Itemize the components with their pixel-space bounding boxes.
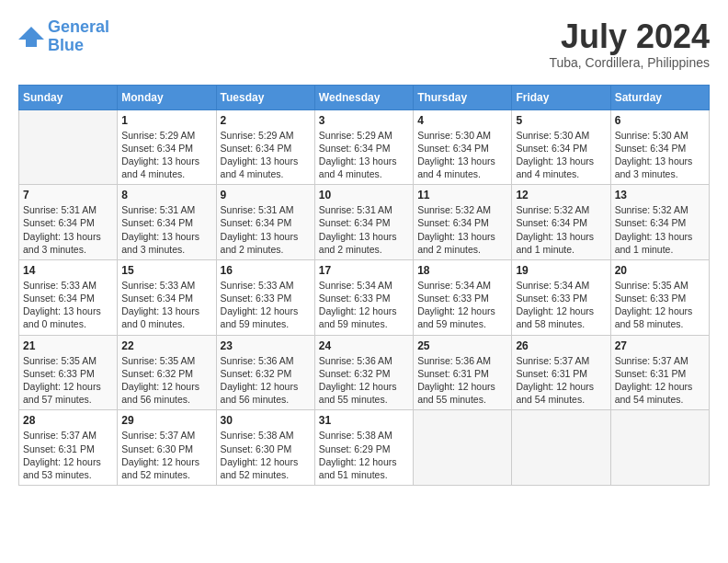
day-number: 21 xyxy=(23,339,113,352)
day-info: Sunrise: 5:33 AM Sunset: 6:34 PM Dayligh… xyxy=(121,279,211,331)
day-cell: 25Sunrise: 5:36 AM Sunset: 6:31 PM Dayli… xyxy=(414,335,512,410)
location: Tuba, Cordillera, Philippines xyxy=(549,55,710,70)
day-info: Sunrise: 5:31 AM Sunset: 6:34 PM Dayligh… xyxy=(319,203,409,256)
day-info: Sunrise: 5:32 AM Sunset: 6:34 PM Dayligh… xyxy=(615,203,705,256)
day-cell: 18Sunrise: 5:34 AM Sunset: 6:33 PM Dayli… xyxy=(414,259,512,335)
calendar-table: SundayMondayTuesdayWednesdayThursdayFrid… xyxy=(18,85,710,486)
day-number: 30 xyxy=(221,414,311,427)
day-number: 13 xyxy=(615,189,705,201)
day-cell: 4Sunrise: 5:30 AM Sunset: 6:34 PM Daylig… xyxy=(414,109,512,185)
week-row-4: 21Sunrise: 5:35 AM Sunset: 6:33 PM Dayli… xyxy=(19,335,710,410)
logo-line2: Blue xyxy=(48,36,84,54)
weekday-header-tuesday: Tuesday xyxy=(216,85,314,109)
day-cell: 31Sunrise: 5:38 AM Sunset: 6:29 PM Dayli… xyxy=(314,410,413,486)
week-row-2: 7Sunrise: 5:31 AM Sunset: 6:34 PM Daylig… xyxy=(19,185,710,260)
day-cell xyxy=(414,410,512,486)
day-info: Sunrise: 5:32 AM Sunset: 6:34 PM Dayligh… xyxy=(417,203,507,256)
weekday-header-saturday: Saturday xyxy=(610,85,709,109)
day-cell: 22Sunrise: 5:35 AM Sunset: 6:32 PM Dayli… xyxy=(118,335,216,410)
day-info: Sunrise: 5:38 AM Sunset: 6:29 PM Dayligh… xyxy=(319,429,409,481)
day-number: 7 xyxy=(23,189,113,201)
day-info: Sunrise: 5:29 AM Sunset: 6:34 PM Dayligh… xyxy=(121,129,211,181)
day-number: 22 xyxy=(121,339,211,352)
day-info: Sunrise: 5:36 AM Sunset: 6:32 PM Dayligh… xyxy=(221,354,311,407)
day-cell: 26Sunrise: 5:37 AM Sunset: 6:31 PM Dayli… xyxy=(512,335,610,410)
day-info: Sunrise: 5:33 AM Sunset: 6:33 PM Dayligh… xyxy=(221,279,311,331)
day-cell: 29Sunrise: 5:37 AM Sunset: 6:30 PM Dayli… xyxy=(118,410,216,486)
day-number: 27 xyxy=(615,339,705,352)
logo-line1: General xyxy=(48,17,109,36)
day-info: Sunrise: 5:35 AM Sunset: 6:33 PM Dayligh… xyxy=(615,279,705,331)
day-number: 1 xyxy=(121,114,211,127)
day-info: Sunrise: 5:36 AM Sunset: 6:31 PM Dayligh… xyxy=(417,354,507,407)
day-number: 14 xyxy=(23,264,113,277)
day-cell: 11Sunrise: 5:32 AM Sunset: 6:34 PM Dayli… xyxy=(414,185,512,260)
day-number: 19 xyxy=(516,264,606,277)
day-cell: 21Sunrise: 5:35 AM Sunset: 6:33 PM Dayli… xyxy=(19,335,118,410)
day-number: 20 xyxy=(615,264,705,277)
day-cell: 23Sunrise: 5:36 AM Sunset: 6:32 PM Dayli… xyxy=(216,335,314,410)
logo-text: General Blue xyxy=(48,18,109,55)
day-number: 8 xyxy=(121,189,211,201)
day-info: Sunrise: 5:31 AM Sunset: 6:34 PM Dayligh… xyxy=(121,203,211,256)
title-block: July 2024 Tuba, Cordillera, Philippines xyxy=(549,18,710,70)
day-info: Sunrise: 5:37 AM Sunset: 6:31 PM Dayligh… xyxy=(23,429,113,481)
day-cell xyxy=(512,410,610,486)
day-info: Sunrise: 5:34 AM Sunset: 6:33 PM Dayligh… xyxy=(319,279,409,331)
day-number: 24 xyxy=(319,339,409,352)
day-cell: 1Sunrise: 5:29 AM Sunset: 6:34 PM Daylig… xyxy=(118,109,216,185)
day-info: Sunrise: 5:32 AM Sunset: 6:34 PM Dayligh… xyxy=(516,203,606,256)
day-info: Sunrise: 5:34 AM Sunset: 6:33 PM Dayligh… xyxy=(516,279,606,331)
day-cell: 14Sunrise: 5:33 AM Sunset: 6:34 PM Dayli… xyxy=(19,259,118,335)
day-number: 29 xyxy=(121,414,211,427)
day-number: 9 xyxy=(221,189,311,201)
day-info: Sunrise: 5:35 AM Sunset: 6:33 PM Dayligh… xyxy=(23,354,113,407)
day-number: 6 xyxy=(615,114,705,127)
weekday-header-wednesday: Wednesday xyxy=(314,85,413,109)
svg-marker-0 xyxy=(18,27,44,47)
month-year: July 2024 xyxy=(549,18,710,55)
day-cell: 27Sunrise: 5:37 AM Sunset: 6:31 PM Dayli… xyxy=(610,335,709,410)
day-number: 17 xyxy=(319,264,409,277)
weekday-header-row: SundayMondayTuesdayWednesdayThursdayFrid… xyxy=(19,85,710,109)
weekday-header-thursday: Thursday xyxy=(414,85,512,109)
day-info: Sunrise: 5:37 AM Sunset: 6:31 PM Dayligh… xyxy=(615,354,705,407)
day-cell: 6Sunrise: 5:30 AM Sunset: 6:34 PM Daylig… xyxy=(610,109,709,185)
day-number: 31 xyxy=(319,414,409,427)
day-info: Sunrise: 5:33 AM Sunset: 6:34 PM Dayligh… xyxy=(23,279,113,331)
day-cell: 5Sunrise: 5:30 AM Sunset: 6:34 PM Daylig… xyxy=(512,109,610,185)
day-info: Sunrise: 5:29 AM Sunset: 6:34 PM Dayligh… xyxy=(221,129,311,181)
week-row-5: 28Sunrise: 5:37 AM Sunset: 6:31 PM Dayli… xyxy=(19,410,710,486)
day-cell: 9Sunrise: 5:31 AM Sunset: 6:34 PM Daylig… xyxy=(216,185,314,260)
day-info: Sunrise: 5:30 AM Sunset: 6:34 PM Dayligh… xyxy=(615,129,705,181)
day-info: Sunrise: 5:34 AM Sunset: 6:33 PM Dayligh… xyxy=(417,279,507,331)
day-cell: 2Sunrise: 5:29 AM Sunset: 6:34 PM Daylig… xyxy=(216,109,314,185)
day-cell: 13Sunrise: 5:32 AM Sunset: 6:34 PM Dayli… xyxy=(610,185,709,260)
weekday-header-sunday: Sunday xyxy=(19,85,118,109)
weekday-header-monday: Monday xyxy=(118,85,216,109)
day-cell xyxy=(19,109,118,185)
day-info: Sunrise: 5:30 AM Sunset: 6:34 PM Dayligh… xyxy=(417,129,507,181)
day-info: Sunrise: 5:36 AM Sunset: 6:32 PM Dayligh… xyxy=(319,354,409,407)
weekday-header-friday: Friday xyxy=(512,85,610,109)
day-info: Sunrise: 5:35 AM Sunset: 6:32 PM Dayligh… xyxy=(121,354,211,407)
logo: General Blue xyxy=(18,18,109,55)
day-number: 5 xyxy=(516,114,606,127)
day-number: 4 xyxy=(417,114,507,127)
day-number: 15 xyxy=(121,264,211,277)
day-number: 28 xyxy=(23,414,113,427)
page-header: General Blue July 2024 Tuba, Cordillera,… xyxy=(18,18,710,70)
day-info: Sunrise: 5:31 AM Sunset: 6:34 PM Dayligh… xyxy=(23,203,113,256)
day-cell: 17Sunrise: 5:34 AM Sunset: 6:33 PM Dayli… xyxy=(314,259,413,335)
day-number: 18 xyxy=(417,264,507,277)
day-cell: 20Sunrise: 5:35 AM Sunset: 6:33 PM Dayli… xyxy=(610,259,709,335)
day-number: 16 xyxy=(221,264,311,277)
day-info: Sunrise: 5:30 AM Sunset: 6:34 PM Dayligh… xyxy=(516,129,606,181)
day-cell: 15Sunrise: 5:33 AM Sunset: 6:34 PM Dayli… xyxy=(118,259,216,335)
day-info: Sunrise: 5:37 AM Sunset: 6:31 PM Dayligh… xyxy=(516,354,606,407)
day-info: Sunrise: 5:29 AM Sunset: 6:34 PM Dayligh… xyxy=(319,129,409,181)
day-info: Sunrise: 5:31 AM Sunset: 6:34 PM Dayligh… xyxy=(221,203,311,256)
day-number: 11 xyxy=(417,189,507,201)
day-info: Sunrise: 5:37 AM Sunset: 6:30 PM Dayligh… xyxy=(121,429,211,481)
day-cell: 30Sunrise: 5:38 AM Sunset: 6:30 PM Dayli… xyxy=(216,410,314,486)
